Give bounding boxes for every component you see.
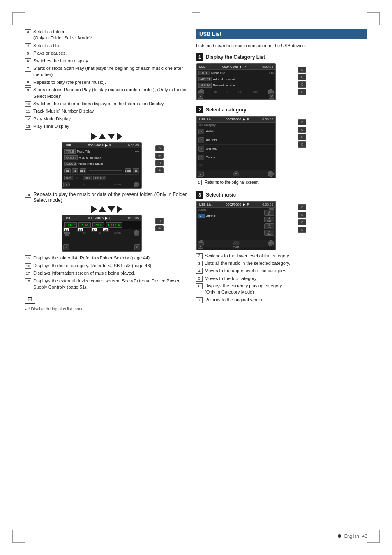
s3-p: P [247, 203, 249, 206]
list-item: 6 Switches the button display. [25, 58, 189, 64]
screen-label: USB [65, 143, 71, 147]
s1-in: IN [226, 91, 228, 93]
play-icon: ▶ [105, 143, 108, 147]
item-text-14: Repeats to play the music or data of the… [33, 192, 189, 203]
s1-loud: LOUD [252, 91, 259, 93]
ctrl-btn-1[interactable]: ⏮ [64, 168, 71, 173]
vol-knob-right-2[interactable] [134, 230, 139, 236]
s3-play: ▶ [243, 203, 245, 206]
right-side-icons-2: ⊙ ⊙ [155, 218, 164, 231]
s1-val-artist: Artist of the music [213, 78, 274, 81]
s2-track: 0002/0006 ▶ P [226, 118, 249, 121]
af-label-2: AF [83, 232, 86, 234]
bottom-controls: FLAT ☞ INFO TXT EXT [62, 175, 141, 181]
step-2-label: Select a category [206, 107, 247, 113]
loud-label: LOUD [114, 183, 121, 186]
side-icon-2-2[interactable]: ⊙ [155, 225, 164, 231]
side-icon-2[interactable]: ⊙ [155, 153, 164, 159]
list-item: 16 Displays the list of category. Refer … [25, 263, 189, 269]
vol-knob-right[interactable] [134, 182, 139, 187]
item-number: 5 [25, 51, 31, 56]
note-text: Switches to the lower level of the categ… [205, 253, 367, 259]
footnote-area: • * Disable during play list mode. [25, 307, 189, 312]
track-row-title: TITLE Music Title [62, 148, 141, 155]
number-display-bar: FLDR PLAY INFO EXT.SW [62, 221, 141, 229]
side-icon-1[interactable]: ⊙ [155, 145, 164, 151]
player-display-1: USB 0004/0008 ▶ P 0:00:05 TITLE Music Ti… [25, 133, 189, 189]
screen-controls: ⏮ ⏭ ⏮⏮ ⏭⏭ ⏯ [62, 167, 141, 174]
section-intro: Lists and searches music contained in th… [196, 42, 367, 49]
usb-icon-area: ⊞ [25, 294, 189, 304]
s3-artist-label: Artists [198, 208, 206, 212]
item-text: Starts or stops Random Play (to play mus… [33, 87, 189, 99]
side-icon-4[interactable]: ⊙ [155, 167, 164, 173]
ret-text-1: Returns to the original screen. [205, 180, 259, 185]
play-icon-2: ▶ [105, 216, 108, 220]
item-text: Play Time Display [33, 123, 189, 130]
s2-cat-songs[interactable]: ♫ Songs [197, 153, 275, 162]
item-number: 16 [25, 263, 31, 269]
s1-row-artist: ARTIST Artist of the music [197, 76, 275, 82]
footnote-text: * Disable during play list mode. [28, 307, 85, 311]
item-text: Play Mode Display [33, 116, 189, 122]
s3-header: USB List 0002/0006 ▶ P 0:00:05 [197, 202, 275, 208]
note-item: 2 Switches to the lower level of the cat… [196, 253, 367, 259]
note-num: 5 [196, 276, 203, 282]
ctrl-btn-2[interactable]: ⏭ [72, 168, 78, 173]
list-item: 13 Play Time Display [25, 123, 189, 130]
screen-time: 0:00:05 [128, 143, 139, 147]
s2-cat-artists[interactable]: ♪ Artists [197, 127, 275, 136]
cat-name-artists: Artists [206, 130, 215, 133]
item-number: 6 [25, 58, 31, 64]
s2-label: USB List [199, 118, 212, 121]
flat-btn[interactable]: FLAT [64, 176, 73, 180]
item-text: Plays or pauses. [33, 50, 189, 56]
s3-bottom-left: ♪ [198, 243, 203, 249]
step-1-heading: 1 Display the Category List [196, 53, 367, 61]
item-number: 8 [25, 80, 31, 86]
note-item: 7 Returns to the original screen. [196, 297, 367, 303]
s1-time: 0:00:05 [262, 65, 273, 69]
overlay-17: 17 [91, 226, 97, 232]
s2-cat-albums[interactable]: ○ Albums [197, 136, 275, 145]
s1-dots [269, 72, 274, 74]
album-icon: ○ [198, 137, 204, 143]
val-title: Music Title [77, 150, 134, 153]
list-item: 5 Plays or pauses. [25, 50, 189, 56]
usb-icon: ⊞ [25, 294, 35, 304]
list-item: 11 Track (Music) Number Display [25, 108, 189, 114]
s2-side-3: ⊙ [298, 134, 306, 140]
ctrl-btn-5[interactable]: ⏯ [133, 168, 139, 173]
s1-track: 0004/0008 ▶ P [222, 65, 246, 69]
note-text: Moves to the upper level of the category… [205, 268, 367, 274]
track-row-album: ALBUM Name of the album [62, 161, 141, 167]
track-row-artist: ARTIST Artist of the music [62, 155, 141, 161]
item-list-bottom: 15 Displays the folder list. Refer to <F… [25, 255, 189, 290]
corner-mark-tl [12, 12, 25, 25]
item-number: 10 [25, 101, 31, 107]
ctrl-btn-4[interactable]: ⏭⏭ [125, 168, 131, 173]
txt-ext-btn[interactable]: TXT EXT [93, 176, 107, 180]
info-btn[interactable]: INFO [83, 176, 92, 180]
side-icon-3[interactable]: ⊙ [155, 160, 164, 166]
s2-topcategory: Top Category [197, 123, 275, 127]
item-text: Track (Music) Number Display [33, 108, 189, 114]
ctrl-btn-3[interactable]: ⏮⏮ [80, 168, 86, 173]
s1-side-4: ⊙ [298, 89, 306, 95]
item-14-block: 14 Repeats to play the music or data of … [25, 192, 189, 203]
s2-cat-genres[interactable]: ♪ Genres [197, 145, 275, 153]
s1-right-icons: ⊙ ⊙ ⊙ ⊙ [298, 67, 306, 95]
play-arrow-icon [91, 133, 97, 140]
item-14: 14 Repeats to play the music or data of … [25, 192, 189, 203]
s1-af: AF [214, 91, 217, 93]
p-label-2: P [109, 216, 111, 220]
note-text: Displays the currently playing category.… [205, 283, 367, 296]
player-screen-2: USB 0003/0006 ▶ P 0:00:05 FLDR PLAY [62, 215, 152, 252]
loud-label-2: LOUD [114, 232, 121, 234]
s3-time: 0:00:05 [262, 203, 273, 206]
cat-name-albums: Albums [206, 138, 217, 142]
side-icon-2-1[interactable]: ⊙ [155, 218, 164, 224]
note-num: 2 [196, 253, 203, 259]
s3-music-item: 2 7 Artist 01 [197, 213, 275, 219]
item-text: Displays information screen of music bei… [33, 270, 189, 276]
